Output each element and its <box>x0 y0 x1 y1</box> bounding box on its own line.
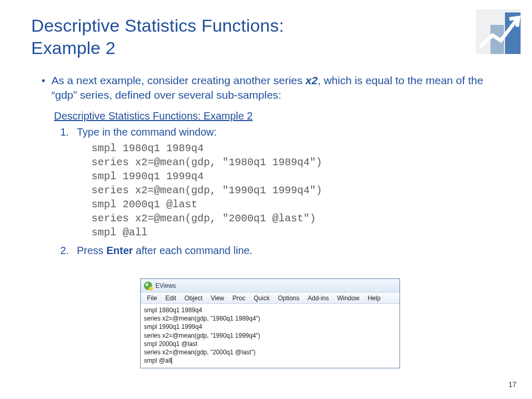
menu-quick[interactable]: Quick <box>249 294 274 303</box>
step-2-text: Press Enter after each command line. <box>77 245 252 257</box>
slide-body: • As a next example, consider creating a… <box>31 73 501 257</box>
title-line-1: Descriptive Statistics Functions: <box>31 16 284 35</box>
step-1-number: 1. <box>60 126 70 138</box>
step-2-post: after each command line. <box>133 245 252 256</box>
menu-object[interactable]: Object <box>180 294 207 303</box>
menu-file[interactable]: File <box>143 294 161 303</box>
title-line-2: Example 2 <box>31 38 115 58</box>
eviews-window: EViews File Edit Object View Proc Quick … <box>140 278 400 368</box>
eviews-command-text: smpl 1980q1 1989q4 series x2=@mean(gdp, … <box>144 307 260 364</box>
menu-proc[interactable]: Proc <box>229 294 250 303</box>
menu-addins[interactable]: Add-ins <box>303 294 333 303</box>
menu-help[interactable]: Help <box>364 294 385 303</box>
step-1: 1. Type in the command window: <box>31 126 501 138</box>
chart-logo-icon <box>476 9 521 54</box>
slide-title: Descriptive Statistics Functions: Exampl… <box>31 15 501 59</box>
step-2-pre: Press <box>77 245 107 256</box>
sub-heading: Descriptive Statistics Functions: Exampl… <box>54 110 501 122</box>
intro-var: x2 <box>305 74 317 86</box>
eviews-app-icon <box>144 282 152 290</box>
step-2-number: 2. <box>60 245 70 257</box>
eviews-titlebar[interactable]: EViews <box>141 279 400 292</box>
page-number: 17 <box>508 380 516 389</box>
intro-bullet: • As a next example, consider creating a… <box>31 73 501 103</box>
menu-window[interactable]: Window <box>333 294 364 303</box>
eviews-title: EViews <box>155 282 176 289</box>
eviews-command-area[interactable]: smpl 1980q1 1989q4 series x2=@mean(gdp, … <box>141 304 400 368</box>
step-1-text: Type in the command window: <box>77 126 217 138</box>
text-caret-icon <box>171 357 172 364</box>
bullet-dot-icon: • <box>42 73 45 103</box>
menu-options[interactable]: Options <box>274 294 303 303</box>
step-2-key: Enter <box>107 245 133 256</box>
intro-pre: As a next example, consider creating ano… <box>51 74 305 86</box>
eviews-menubar: File Edit Object View Proc Quick Options… <box>141 292 400 304</box>
step-2: 2. Press Enter after each command line. <box>31 245 501 257</box>
menu-edit[interactable]: Edit <box>161 294 180 303</box>
menu-view[interactable]: View <box>207 294 229 303</box>
code-block: smpl 1980q1 1989q4 series x2=@mean(gdp, … <box>91 141 501 240</box>
intro-text: As a next example, consider creating ano… <box>51 73 501 103</box>
slide: Descriptive Statistics Functions: Exampl… <box>0 0 532 399</box>
